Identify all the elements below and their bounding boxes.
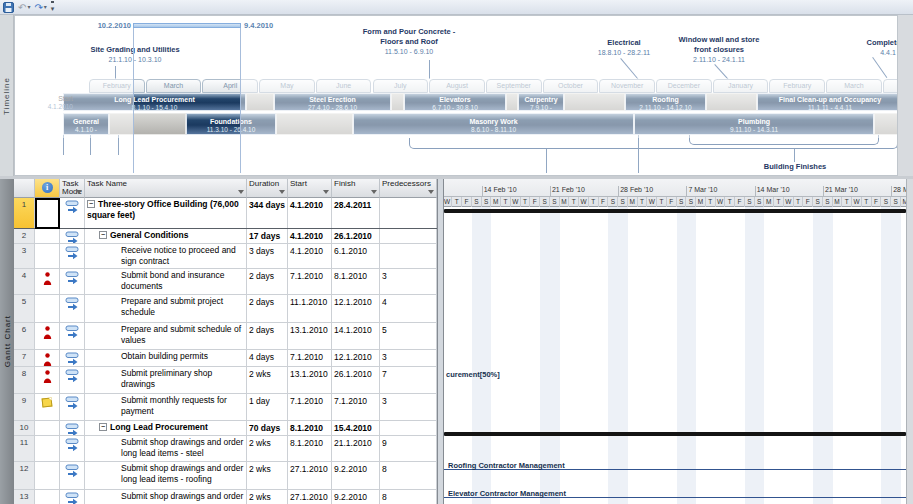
cell-duration[interactable]: 2 wks [247,436,288,461]
cell-duration[interactable]: 344 days [247,198,288,228]
cell-finish[interactable]: 12.1.2010 [332,295,380,322]
row-number[interactable]: 4 [14,269,35,294]
cell-task-mode[interactable] [60,490,85,504]
timeline-bar-unlabeled[interactable] [874,113,898,135]
cell-duration[interactable]: 2 days [247,295,288,322]
timeline-pane-strip[interactable]: Timeline [0,15,14,176]
cell-start[interactable]: 13.1.2010 [288,323,332,349]
cell-task-name[interactable]: Submit bond and insurancedocuments [85,269,247,294]
cell-finish[interactable]: 8.1.2010 [332,269,380,294]
cell-duration[interactable]: 3 days [247,244,288,268]
collapse-icon[interactable] [99,231,107,239]
timeline-bar-unlabeled[interactable] [246,93,274,111]
cell-predecessors[interactable]: 7 [380,367,437,393]
cell-indicator[interactable] [35,295,60,322]
timeline-bar-unlabeled[interactable] [391,93,404,111]
collapse-icon[interactable] [99,423,107,431]
column-header-name[interactable]: Task Name [85,179,247,198]
timeline-bar-elevators[interactable]: Elevators6.7.10 - 30.8.10 [404,93,506,111]
row-number[interactable]: 9 [14,394,35,420]
filter-dropdown-icon[interactable] [323,190,329,194]
timeline-bar-unlabeled[interactable] [276,113,353,135]
cell-indicator[interactable] [35,229,60,243]
cell-indicator[interactable] [35,367,60,393]
cell-start[interactable]: 7.1.2010 [288,269,332,294]
callout-form-and-pour-concrete[interactable]: Form and Pour Concrete - Floors and Roof… [339,27,479,57]
row-number[interactable]: 13 [14,490,35,504]
cell-indicator[interactable] [35,323,60,349]
cell-predecessors[interactable] [380,421,437,435]
cell-indicator[interactable] [35,462,60,489]
cell-predecessors[interactable]: 8 [380,462,437,489]
row-number[interactable]: 5 [14,295,35,322]
cell-predecessors[interactable] [380,198,437,228]
timeline-bar-unlabeled[interactable] [706,93,757,111]
cell-finish[interactable]: 6.1.2010 [332,244,380,268]
cell-finish[interactable]: 14.1.2010 [332,323,380,349]
cell-duration[interactable]: 17 days [247,229,288,243]
redo-dropdown-icon[interactable]: ▾ [44,2,47,13]
cell-finish[interactable]: 7.1.2010 [332,394,380,420]
cell-duration[interactable]: 4 days [247,350,288,366]
filter-dropdown-icon[interactable] [76,190,82,194]
cell-task-name[interactable]: Obtain building permits [85,350,247,366]
callout-site-grading[interactable]: Site Grading and Utilities 21.1.10 - 10.… [55,45,215,65]
cell-finish[interactable]: 28.4.2011 [332,198,380,228]
cell-start[interactable]: 27.1.2010 [288,490,332,504]
cell-task-mode[interactable] [60,394,85,420]
customize-toolbar-button[interactable]: ▾ [51,1,55,14]
cell-duration[interactable]: 2 days [247,323,288,349]
row-number[interactable]: 3 [14,244,35,268]
cell-finish[interactable]: 26.1.2010 [332,367,380,393]
viewport-box-right-edge[interactable] [240,28,241,173]
save-button[interactable] [3,1,14,14]
cell-task-mode[interactable] [60,421,85,435]
row-number[interactable]: 2 [14,229,35,243]
active-cell-outline[interactable] [35,198,60,229]
cell-task-name[interactable]: Submit shop drawings and order [85,490,247,504]
timeline-bar-final-clean-up-and-occupancy[interactable]: Final Clean-up and Occupancy11.1.11 - 4.… [757,93,898,111]
row-number[interactable]: 7 [14,350,35,366]
cell-indicator[interactable] [35,350,60,366]
filter-dropdown-icon[interactable] [428,190,434,194]
cell-start[interactable]: 4.1.2010 [288,229,332,243]
cell-indicator[interactable] [35,244,60,268]
cell-start[interactable]: 8.1.2010 [288,421,332,435]
column-header-info[interactable]: i [35,179,60,198]
cell-predecessors[interactable] [380,244,437,268]
timeline-bar-carpentry[interactable]: Carpentry7.9.10 - [518,93,564,111]
cell-task-name[interactable]: Submit shop drawings and orderlong lead … [85,436,247,461]
cell-indicator[interactable] [35,436,60,461]
cell-indicator[interactable] [35,269,60,294]
cell-indicator[interactable] [35,421,60,435]
summary-task-bar[interactable] [444,432,906,436]
cell-predecessors[interactable]: 4 [380,295,437,322]
timeline-bar-long-lead-procurement[interactable]: Long Lead Procurement8.1.10 - 15.4.10 [63,93,246,111]
filter-dropdown-icon[interactable] [279,190,285,194]
cell-task-name[interactable]: General Conditions [85,229,247,243]
timeline-bar-masonry-work[interactable]: Masonry Work8.6.10 - 8.11.10 [353,113,634,135]
cell-task-name[interactable]: Prepare and submit schedule ofvalues [85,323,247,349]
undo-dropdown-icon[interactable]: ▾ [27,2,30,13]
cell-finish[interactable]: 9.2.2010 [332,490,380,504]
cell-start[interactable]: 11.1.2010 [288,295,332,322]
column-header-predecessors[interactable]: Predecessors [380,179,437,198]
cell-start[interactable]: 8.1.2010 [288,436,332,461]
undo-button[interactable]: ↶▾ [18,1,30,14]
row-number[interactable]: 6 [14,323,35,349]
cell-finish[interactable]: 26.1.2010 [332,229,380,243]
column-header-duration[interactable]: Duration [247,179,288,198]
cell-finish[interactable]: 9.2.2010 [332,462,380,489]
cell-predecessors[interactable] [380,229,437,243]
cell-task-name[interactable]: Prepare and submit projectschedule [85,295,247,322]
cell-start[interactable]: 4.1.2010 [288,198,332,228]
column-header-finish[interactable]: Finish [332,179,380,198]
summary-task-bar[interactable] [444,209,906,213]
cell-task-mode[interactable] [60,350,85,366]
timeline-bar-steel-erection[interactable]: Steel Erection27.4.10 - 28.6.10 [274,93,391,111]
timeline-bar-general[interactable]: General4.1.10 - [63,113,109,135]
cell-task-name[interactable]: Long Lead Procurement [85,421,247,435]
collapse-icon[interactable] [87,200,95,208]
cell-predecessors[interactable]: 3 [380,269,437,294]
cell-task-mode[interactable] [60,198,85,228]
